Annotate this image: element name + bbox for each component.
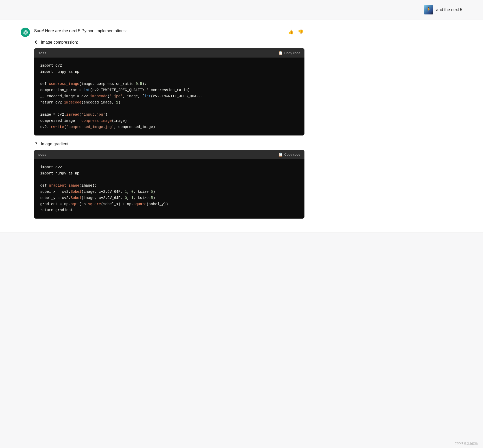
code-line: _, encoded_image = cv2.imencode('.jpg', … xyxy=(40,94,203,98)
openai-logo-icon xyxy=(23,30,28,35)
code-line: import numpy as np xyxy=(40,171,79,175)
code-line: sobel_x = cv2.Sobel(image, cv2.CV_64F, 1… xyxy=(40,190,155,194)
thumbs-down-icon: 👎 xyxy=(298,29,303,35)
copy-icon-6: 📋 xyxy=(278,51,283,55)
code-line: import cv2 xyxy=(40,165,62,169)
assistant-intro: Sure! Here are the next 5 Python impleme… xyxy=(34,28,127,34)
code-line: import numpy as np xyxy=(40,70,79,74)
item-6-number: 6. xyxy=(35,40,38,44)
page-container: 🏃 and the next 5 Sure! Here are the next… xyxy=(0,0,483,233)
assistant-inner: Sure! Here are the next 5 Python impleme… xyxy=(21,28,304,225)
copy-label-6: Copy code xyxy=(284,51,300,55)
item-7-number: 7. xyxy=(35,142,38,146)
code-line: cv2.imwrite('compressed_image.jpg', comp… xyxy=(40,125,155,129)
code-line: compressed_image = compress_image(image) xyxy=(40,119,127,123)
user-message-content: 🏃 and the next 5 xyxy=(424,5,462,14)
code-block-7-header: scss 📋 Copy code xyxy=(34,150,304,159)
copy-code-6-button[interactable]: 📋 Copy code xyxy=(278,51,300,55)
assistant-content: Sure! Here are the next 5 Python impleme… xyxy=(34,28,304,225)
user-message-text: and the next 5 xyxy=(436,5,462,13)
code-line: image = cv2.imread('input.jpg') xyxy=(40,113,107,117)
user-message-row: 🏃 and the next 5 xyxy=(0,0,483,20)
thumbs-up-icon: 👍 xyxy=(288,29,294,35)
code-line: gradient = np.sqrt(np.square(sobel_x) + … xyxy=(40,202,168,206)
code-block-7: scss 📋 Copy code import cv2 import numpy… xyxy=(34,150,304,219)
code-lang-7: scss xyxy=(38,153,46,156)
code-block-6-header: scss 📋 Copy code xyxy=(34,48,304,58)
code-line: import cv2 xyxy=(40,63,62,68)
item-6-title: 6. Image compression: xyxy=(35,40,304,45)
code-content-7: import cv2 import numpy as np def gradie… xyxy=(34,159,304,219)
copy-icon-7: 📋 xyxy=(278,153,283,157)
user-avatar-image: 🏃 xyxy=(424,5,433,14)
code-line: sobel_y = cv2.Sobel(image, cv2.CV_64F, 0… xyxy=(40,196,155,200)
code-line: return gradient xyxy=(40,208,73,212)
copy-label-7: Copy code xyxy=(284,153,300,156)
code-line: def compress_image(image, compression_ra… xyxy=(40,82,147,86)
code-line: return cv2.imdecode(encoded_image, 1) xyxy=(40,100,120,105)
item-7-title: 7. Image gradient: xyxy=(35,142,304,146)
thumbs-up-button[interactable]: 👍 xyxy=(287,28,295,36)
item-7-gradient: 7. Image gradient: scss 📋 Copy code impo… xyxy=(34,142,304,219)
assistant-avatar xyxy=(21,28,30,37)
assistant-header: Sure! Here are the next 5 Python impleme… xyxy=(34,28,304,36)
copy-code-7-button[interactable]: 📋 Copy code xyxy=(278,153,300,157)
code-line: compression_param = int(cv2.IMWRITE_JPEG… xyxy=(40,88,190,92)
code-block-6: scss 📋 Copy code import cv2 import numpy… xyxy=(34,48,304,135)
item-6-compression: 6. Image compression: scss 📋 Copy code i… xyxy=(34,40,304,135)
feedback-buttons: 👍 👎 xyxy=(287,28,304,36)
code-line: def gradient_image(image): xyxy=(40,183,96,188)
code-content-6: import cv2 import numpy as np def compre… xyxy=(34,58,304,135)
user-avatar: 🏃 xyxy=(424,5,433,14)
thumbs-down-button[interactable]: 👎 xyxy=(297,28,304,36)
assistant-message-row: Sure! Here are the next 5 Python impleme… xyxy=(0,20,483,233)
code-lang-6: scss xyxy=(38,51,46,55)
